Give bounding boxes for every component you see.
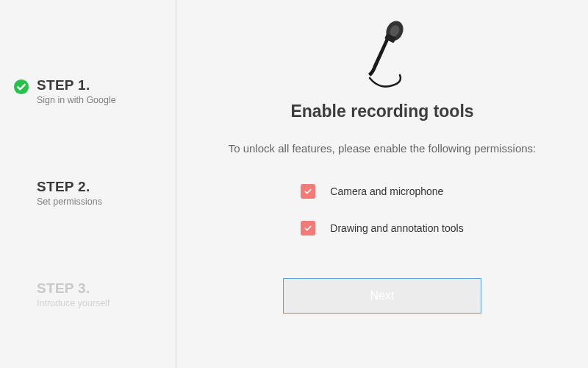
check-circle-icon xyxy=(13,79,29,95)
onboarding-main: Enable recording tools To unlock all fea… xyxy=(176,0,588,368)
step-subtitle: Sign in with Google xyxy=(37,95,116,105)
permission-label: Drawing and annotation tools xyxy=(330,222,463,234)
step-title: STEP 3. xyxy=(37,280,110,297)
permission-item: Camera and microphone xyxy=(301,184,463,199)
step-subtitle: Introduce yourself xyxy=(37,298,110,308)
step-3: STEP 3. Introduce yourself xyxy=(13,280,162,308)
checkbox-checked-icon[interactable] xyxy=(301,221,315,236)
step-2: STEP 2. Set permissions xyxy=(13,179,162,207)
onboarding-sidebar: STEP 1. Sign in with Google STEP 2. Set … xyxy=(0,0,176,368)
next-button[interactable]: Next xyxy=(283,278,481,314)
lead-text: To unlock all features, please enable th… xyxy=(229,142,537,155)
checkbox-checked-icon[interactable] xyxy=(301,184,315,199)
step-subtitle: Set permissions xyxy=(37,197,102,207)
step-title: STEP 2. xyxy=(37,179,102,195)
step-1: STEP 1. Sign in with Google xyxy=(13,77,162,105)
page-title: Enable recording tools xyxy=(290,102,473,121)
microphone-icon xyxy=(351,21,413,94)
permissions-list: Camera and microphone Drawing and annota… xyxy=(301,184,463,236)
permission-label: Camera and microphone xyxy=(330,185,443,197)
permission-item: Drawing and annotation tools xyxy=(301,221,463,236)
step-title: STEP 1. xyxy=(37,77,116,93)
